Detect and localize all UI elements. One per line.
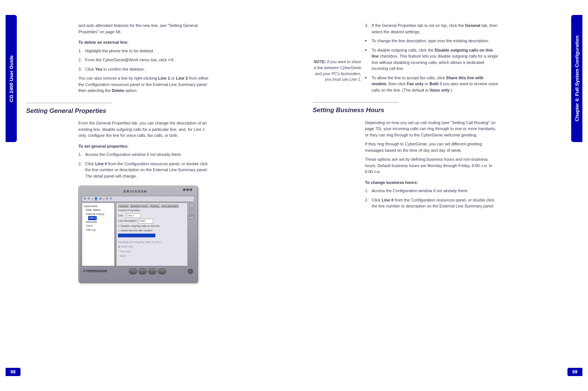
section1-paragraph: From the General Properties tab, you can… (78, 120, 213, 139)
delete-step-2: 2. From the CyberGenie@Work menu bar, cl… (78, 57, 213, 63)
left-side-tab: CG 2400 User Guide (6, 15, 17, 142)
figure-brand: CYBERGENIE (83, 269, 108, 274)
set-step-2: 2. Click Line # from the Configuration r… (78, 161, 213, 179)
section-divider-2 (313, 102, 399, 102)
section-title-business-hours: Setting Business Hours (313, 105, 500, 115)
business-hours-p2: If they ring through to CyberGenie, you … (365, 141, 500, 153)
side-icon: ✉ (189, 209, 194, 213)
toolbar-icon: ↻ (88, 197, 90, 201)
right-page: Chapter 4: Full System Configuration 69 … (294, 0, 588, 391)
toolbar-icon: ✆ (106, 197, 108, 201)
business-hours-p1: Depending on how you set up call routing… (365, 120, 500, 138)
figure-body: CyberGenie Base Station External Line(s)… (82, 203, 195, 266)
figure-knob-icon (188, 269, 193, 274)
delete-note-paragraph: You can also remove a line by right-clic… (78, 75, 213, 94)
margin-note: NOTE: If you want to share a line betwee… (311, 59, 361, 83)
section-title-general-properties: Setting General Properties (26, 106, 213, 116)
toolbar-icon: ⚙ (84, 197, 86, 201)
change-step-1: 1. Access the Configuration window if no… (365, 188, 500, 194)
bullet-share-modem: • To allow the line to accept fax calls,… (365, 75, 500, 93)
set-heading: To set general properties: (78, 143, 213, 150)
figure-footer-buttons (129, 268, 166, 274)
toolbar-icon: ✉ (99, 197, 102, 201)
ericsson-logo-icon (149, 190, 153, 194)
set-step-1: 1. Access the Configuration window if no… (78, 151, 213, 158)
figure-footer: CYBERGENIE (82, 268, 195, 274)
figure-tabs: General Business Hours Routing Auto Atte… (118, 204, 186, 208)
figure-header: ERICSSON (82, 189, 195, 194)
right-content: 3. If the General Properties tab is not … (365, 22, 500, 209)
page-spread: CG 2400 User Guide 68 and auto attendant… (0, 0, 588, 391)
figure-detail-panel: General Business Hours Routing Auto Atte… (116, 203, 188, 266)
left-tab-label: CG 2400 User Guide (9, 55, 14, 102)
left-page-number: 68 (6, 368, 21, 376)
change-hours-heading: To change business hours: (365, 179, 500, 186)
delete-line-icon (168, 58, 175, 63)
left-content: and auto attendant features for the new … (78, 22, 213, 283)
toolbar-icon: | (103, 197, 104, 201)
figure-side-icons: ♪ ✉ CATV (189, 203, 195, 266)
config-window-screenshot: ERICSSON ⚙ ↻ | 👤 ✉ | ✆ ✆ CyberGenie (78, 186, 198, 283)
window-control-icons (183, 188, 192, 191)
bullet-change-description: • To change the line description, type o… (365, 38, 500, 44)
figure-selection-bar (118, 234, 155, 237)
delete-heading: To delete an external line: (78, 39, 213, 46)
side-icon: ♪ (189, 203, 194, 208)
toolbar-icon: ✆ (110, 197, 112, 201)
business-hours-p3: These options are set by defining busine… (365, 156, 500, 175)
intro-paragraph: and auto attendant features for the new … (78, 22, 213, 35)
figure-tree: CyberGenie Base Station External Line(s)… (82, 203, 115, 266)
toolbar-icon: | (92, 197, 93, 201)
step-3: 3. If the General Properties tab is not … (365, 22, 500, 35)
right-tab-label: Chapter 4: Full System Configuration (574, 36, 580, 121)
delete-step-3: 3. Click Yes to confirm the deletion. (78, 66, 213, 73)
delete-step-1: 1. Highlight the phone line to be delete… (78, 48, 213, 54)
right-page-number: 69 (567, 368, 582, 376)
change-step-2: 2. Click Line # from the Configuration r… (365, 197, 500, 209)
section-divider (26, 103, 112, 103)
left-page: CG 2400 User Guide 68 and auto attendant… (0, 0, 294, 391)
side-icon: CATV (189, 215, 194, 219)
toolbar-icon: 👤 (94, 197, 98, 201)
svg-rect-0 (168, 59, 172, 61)
right-side-tab: Chapter 4: Full System Configuration (571, 15, 582, 142)
figure-toolbar: ⚙ ↻ | 👤 ✉ | ✆ ✆ (82, 196, 195, 202)
bullet-disable-outgoing: • To disable outgoing calls, click the D… (365, 47, 500, 72)
